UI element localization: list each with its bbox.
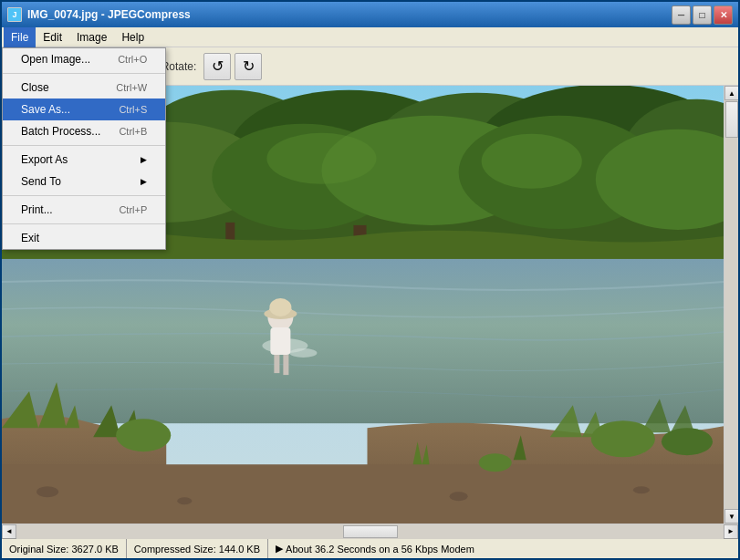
vertical-scrollbar[interactable]: ▲ ▼ <box>724 86 738 524</box>
title-bar-left: J IMG_0074.jpg - JPEGCompress <box>7 7 191 22</box>
modem-speed-label: ▶ <box>276 543 283 555</box>
close-button[interactable]: ✕ <box>714 5 733 25</box>
hscroll-thumb[interactable] <box>343 525 398 538</box>
menu-image[interactable]: Image <box>69 27 114 47</box>
svg-point-37 <box>479 453 512 472</box>
rotate-right-button[interactable]: ↻ <box>235 53 262 80</box>
svg-point-33 <box>36 486 58 497</box>
separator-4 <box>3 223 165 224</box>
menu-print[interactable]: Print... Ctrl+P <box>3 199 165 221</box>
menu-close[interactable]: Close Ctrl+W <box>3 77 165 99</box>
rotate-left-button[interactable]: ↺ <box>203 53 231 80</box>
scroll-down-button[interactable]: ▼ <box>724 509 738 524</box>
menu-saveas[interactable]: Save As... Ctrl+S <box>3 99 165 120</box>
svg-point-15 <box>266 133 376 184</box>
separator-3 <box>3 195 165 196</box>
svg-rect-24 <box>270 327 290 355</box>
original-size-label: Original Size: 3627.0 KB <box>9 544 119 555</box>
scroll-up-button[interactable]: ▲ <box>724 86 738 100</box>
svg-rect-26 <box>283 355 288 375</box>
horizontal-scrollbar[interactable]: ◄ ► <box>2 524 738 538</box>
svg-point-34 <box>177 497 192 504</box>
status-bar: Original Size: 3627.0 KB Compressed Size… <box>2 538 738 558</box>
hscroll-track[interactable] <box>16 524 724 539</box>
compressed-size-label: Compressed Size: 144.0 KB <box>134 544 260 555</box>
menu-file[interactable]: File <box>4 27 36 47</box>
svg-rect-20 <box>2 259 724 423</box>
main-window: J IMG_0074.jpg - JPEGCompress ─ □ ✕ File… <box>0 0 740 560</box>
svg-point-30 <box>116 419 171 451</box>
menu-help[interactable]: Help <box>114 27 151 47</box>
svg-point-32 <box>662 428 713 455</box>
separator-2 <box>3 145 165 146</box>
svg-rect-25 <box>274 355 279 373</box>
menu-open[interactable]: Open Image... Ctrl+O <box>3 48 165 70</box>
menu-bar: File Edit Image Help Open Image... Ctrl+… <box>2 27 738 47</box>
file-dropdown-menu: Open Image... Ctrl+O Close Ctrl+W Save A… <box>2 47 166 250</box>
menu-sendto[interactable]: Send To <box>3 171 165 192</box>
svg-point-35 <box>450 492 468 501</box>
menu-edit[interactable]: Edit <box>36 27 69 47</box>
compressed-size-section: Compressed Size: 144.0 KB <box>127 539 268 558</box>
window-title: IMG_0074.jpg - JPEGCompress <box>27 8 191 21</box>
scroll-track[interactable] <box>724 100 738 509</box>
svg-point-31 <box>591 420 655 457</box>
minimize-button[interactable]: ─ <box>672 5 691 25</box>
svg-point-22 <box>289 348 317 358</box>
scroll-right-button[interactable]: ► <box>724 524 738 539</box>
modem-speed-value: About 36.2 Seconds on a 56 Kbps Modem <box>286 544 474 555</box>
svg-rect-29 <box>2 464 724 524</box>
menu-exportas[interactable]: Export As <box>3 149 165 171</box>
maximize-button[interactable]: □ <box>693 5 712 25</box>
menu-exit[interactable]: Exit <box>3 227 165 249</box>
scroll-thumb[interactable] <box>725 101 738 138</box>
modem-speed-section: ▶ About 36.2 Seconds on a 56 Kbps Modem <box>268 539 482 558</box>
menu-batch[interactable]: Batch Process... Ctrl+B <box>3 120 165 142</box>
title-bar: J IMG_0074.jpg - JPEGCompress ─ □ ✕ <box>2 2 738 27</box>
svg-point-36 <box>633 486 650 493</box>
svg-point-16 <box>482 134 582 189</box>
original-size-section: Original Size: 3627.0 KB <box>2 539 127 558</box>
window-controls: ─ □ ✕ <box>672 5 733 25</box>
separator-1 <box>3 73 165 74</box>
scroll-left-button[interactable]: ◄ <box>2 524 16 539</box>
app-icon: J <box>7 7 22 22</box>
svg-point-28 <box>269 298 291 316</box>
